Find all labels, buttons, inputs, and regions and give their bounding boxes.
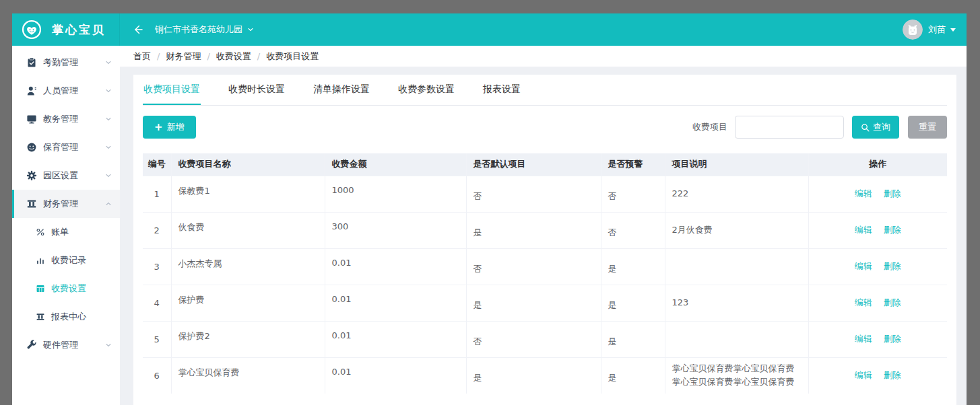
- col-header-warning: 是否预警: [601, 153, 665, 176]
- sidebar-item-bills[interactable]: 账单: [12, 218, 120, 246]
- smiley-icon: [26, 142, 37, 153]
- edit-link[interactable]: 编辑: [855, 261, 872, 271]
- chevron-down-icon: [105, 116, 112, 122]
- col-header-name: 收费项目名称: [171, 153, 325, 176]
- fee-item-name: 保护费2: [171, 321, 325, 357]
- school-selector[interactable]: 铜仁市书香名苑幼儿园: [155, 24, 254, 36]
- sidebar-item-report-center[interactable]: 报表中心: [12, 303, 120, 331]
- is-default-value: 否: [466, 176, 601, 212]
- is-warning-value: 是: [601, 321, 665, 357]
- breadcrumb-home[interactable]: 首页: [133, 50, 151, 63]
- reset-button[interactable]: 重置: [908, 116, 947, 139]
- delete-link[interactable]: 删除: [884, 188, 901, 198]
- delete-link[interactable]: 删除: [884, 334, 901, 344]
- tab-bar: 收费项目设置 收费时长设置 清单操作设置 收费参数设置 报表设置: [143, 75, 947, 106]
- fee-amount: 300: [325, 212, 466, 248]
- avatar: [903, 20, 923, 40]
- add-button[interactable]: + 新增: [143, 116, 196, 139]
- fee-amount: 0.01: [325, 321, 466, 357]
- table-row: 5 保护费2 0.01 否 是 编辑 删除: [143, 321, 947, 357]
- sidebar-item-charge-settings[interactable]: 收费设置: [12, 274, 120, 303]
- plus-icon: +: [154, 121, 163, 133]
- is-warning-value: 否: [601, 176, 665, 212]
- breadcrumb: 首页 / 财务管理 / 收费设置 / 收费项目设置: [120, 46, 967, 67]
- chevron-down-icon: [105, 144, 112, 151]
- fee-amount: 0.01: [325, 248, 466, 285]
- sidebar-item-academic[interactable]: 教务管理: [12, 105, 120, 133]
- chevron-down-icon: [247, 26, 254, 33]
- sidebar-item-label: 保育管理: [43, 141, 105, 153]
- delete-link[interactable]: 删除: [884, 225, 901, 235]
- breadcrumb-charge-settings[interactable]: 收费设置: [216, 50, 251, 63]
- back-arrow-icon[interactable]: [132, 24, 144, 36]
- search-icon: [861, 123, 870, 132]
- col-header-number: 编号: [143, 153, 171, 176]
- tab-charge-parameter-settings[interactable]: 收费参数设置: [397, 75, 455, 105]
- person-icon: [26, 85, 37, 96]
- table-header-row: 编号 收费项目名称 收费金额 是否默认项目 是否预警 项目说明 操作: [143, 153, 947, 176]
- sidebar-item-attendance[interactable]: 考勤管理: [12, 48, 120, 77]
- is-default-value: 否: [466, 321, 601, 357]
- edit-link[interactable]: 编辑: [855, 188, 872, 198]
- query-button-label: 查询: [873, 121, 890, 133]
- is-warning-value: 是: [601, 285, 665, 321]
- edit-link[interactable]: 编辑: [855, 334, 872, 344]
- wrench-icon: [26, 340, 37, 351]
- fee-item-name: 伙食费: [171, 212, 325, 248]
- tab-list-operation-settings[interactable]: 清单操作设置: [313, 75, 370, 105]
- user-menu[interactable]: 刘苗: [903, 20, 956, 40]
- row-number: 1: [143, 176, 171, 212]
- fee-item-name: 保教费1: [171, 176, 325, 212]
- sidebar-item-hardware[interactable]: 硬件管理: [12, 331, 120, 359]
- tab-charge-duration-settings[interactable]: 收费时长设置: [228, 75, 286, 105]
- edit-link[interactable]: 编辑: [855, 297, 872, 307]
- row-number: 3: [143, 248, 171, 285]
- item-description: 123: [665, 285, 808, 321]
- chevron-down-icon: [105, 87, 112, 94]
- sidebar-item-campus-settings[interactable]: 园区设置: [12, 161, 120, 190]
- col-header-actions: 操作: [808, 153, 947, 176]
- sidebar-item-label: 报表中心: [51, 311, 112, 323]
- row-number: 4: [143, 285, 171, 321]
- user-name: 刘苗: [928, 24, 946, 36]
- delete-link[interactable]: 删除: [884, 297, 901, 307]
- sidebar-item-childcare[interactable]: 保育管理: [12, 133, 120, 161]
- table-row: 3 小杰杰专属 0.01 否 是 编辑 删除: [143, 248, 947, 285]
- chevron-down-icon: [105, 59, 112, 66]
- add-button-label: 新增: [167, 121, 185, 133]
- sidebar-item-label: 硬件管理: [43, 339, 105, 351]
- col-header-default: 是否默认项目: [466, 153, 601, 176]
- caret-down-icon: [950, 28, 956, 32]
- item-description: [665, 321, 808, 357]
- table-row: 6 掌心宝贝保育费 0.01 是 是 掌心宝贝保育费掌心宝贝保育费掌心宝贝保育费…: [143, 357, 947, 394]
- chevron-down-icon: [105, 342, 112, 348]
- breadcrumb-finance[interactable]: 财务管理: [166, 50, 201, 63]
- bank-icon: [26, 198, 37, 209]
- chevron-up-icon: [105, 200, 112, 207]
- sidebar-item-personnel[interactable]: 人员管理: [12, 77, 120, 105]
- edit-link[interactable]: 编辑: [855, 370, 872, 380]
- is-warning-value: 否: [601, 212, 665, 248]
- sidebar-item-charge-records[interactable]: 收费记录: [12, 246, 120, 274]
- item-description: 掌心宝贝保育费掌心宝贝保育费掌心宝贝保育费掌心宝贝保育费: [665, 357, 808, 394]
- search-input[interactable]: [735, 116, 844, 139]
- top-bar-main: 铜仁市书香名苑幼儿园 刘苗: [120, 13, 967, 46]
- query-button[interactable]: 查询: [852, 116, 899, 139]
- is-default-value: 是: [466, 212, 601, 248]
- is-warning-value: 是: [601, 357, 665, 394]
- tab-charge-item-settings[interactable]: 收费项目设置: [143, 75, 201, 105]
- fee-amount: 0.01: [325, 285, 466, 321]
- sidebar-item-finance[interactable]: 财务管理: [12, 190, 120, 218]
- delete-link[interactable]: 删除: [884, 261, 901, 271]
- table-row: 4 保护费 0.01 是 是 123 编辑 删除: [143, 285, 947, 321]
- bar-chart-icon: [36, 256, 45, 265]
- bank-icon: [36, 312, 45, 322]
- grid-icon: [36, 284, 45, 293]
- app-window: 掌心宝贝 铜仁市书香名苑幼儿园: [12, 13, 967, 405]
- is-warning-value: 是: [601, 248, 665, 285]
- edit-link[interactable]: 编辑: [855, 225, 872, 235]
- tab-report-settings[interactable]: 报表设置: [482, 75, 521, 105]
- toolbar: + 新增 收费项目 查询 重置: [143, 116, 947, 139]
- row-number: 6: [143, 357, 171, 394]
- delete-link[interactable]: 删除: [884, 370, 901, 380]
